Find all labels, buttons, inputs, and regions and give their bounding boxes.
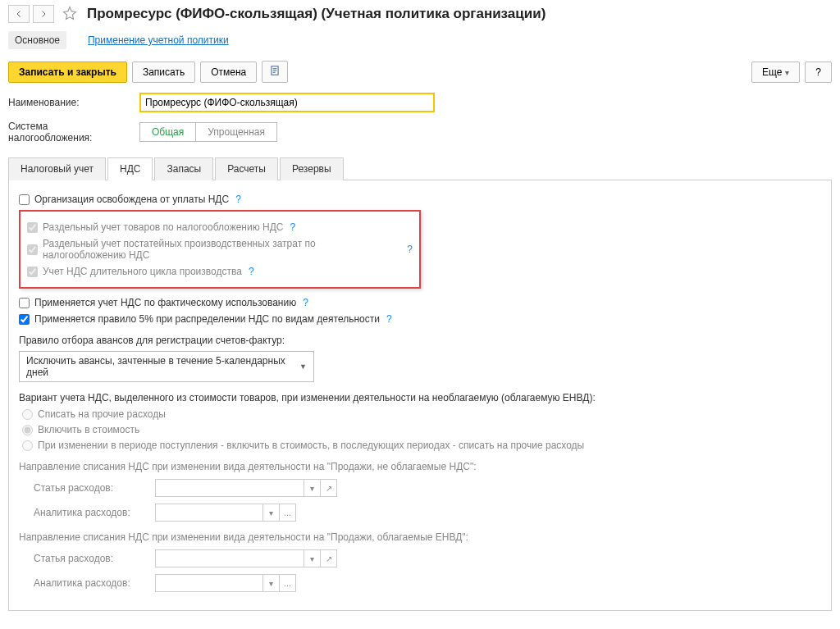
- help-icon[interactable]: ?: [386, 313, 392, 325]
- chevron-down-icon: ▾: [785, 68, 789, 77]
- expense-analytics-combo-1[interactable]: ▾ …: [155, 504, 296, 522]
- tax-general-button[interactable]: Общая: [139, 122, 195, 142]
- tax-system-toggle: Общая Упрощенная: [139, 122, 277, 142]
- save-close-button[interactable]: Записать и закрыть: [8, 62, 127, 83]
- advance-rule-select[interactable]: Исключить авансы, зачтенные в течение 5-…: [19, 351, 314, 382]
- expense-analytics-input-2: [156, 575, 262, 591]
- variant-r2: [22, 425, 33, 435]
- expense-analytics-combo-2[interactable]: ▾ …: [155, 574, 296, 592]
- help-icon[interactable]: ?: [407, 244, 413, 255]
- rule5-label: Применяется правило 5% при распределении…: [34, 313, 380, 325]
- open-icon[interactable]: ▾: [262, 575, 279, 591]
- help-icon[interactable]: ?: [235, 194, 241, 205]
- sep-goods-label: Раздельный учет товаров по налогообложен…: [43, 221, 283, 233]
- actual-use-label: Применяется учет НДС по фактическому исп…: [34, 297, 296, 308]
- advance-rule-label: Правило отбора авансов для регистрации с…: [19, 335, 821, 346]
- favorite-star-icon[interactable]: [62, 6, 77, 23]
- variant-r2-label: Включить в стоимость: [38, 424, 139, 435]
- variant-r1: [22, 409, 33, 420]
- more-icon[interactable]: …: [279, 504, 295, 521]
- long-cycle-checkbox: [27, 267, 38, 277]
- help-button[interactable]: ?: [805, 62, 832, 83]
- tab-tax-accounting[interactable]: Налоговый учет: [8, 157, 106, 180]
- name-input[interactable]: [139, 93, 435, 112]
- help-icon[interactable]: ?: [249, 266, 254, 277]
- expense-analytics-label-2: Аналитика расходов:: [34, 577, 148, 589]
- writeoff1-label: Направление списания НДС при изменении в…: [19, 461, 821, 472]
- nav-back-button[interactable]: [8, 5, 30, 23]
- show-icon[interactable]: ↗: [320, 480, 336, 496]
- long-cycle-label: Учет НДС длительного цикла производства: [43, 266, 242, 277]
- section-policy-link[interactable]: Применение учетной политики: [81, 31, 235, 49]
- actual-use-checkbox[interactable]: [19, 298, 30, 308]
- variant-label: Вариант учета НДС, выделенного из стоимо…: [19, 392, 821, 403]
- more-icon[interactable]: …: [279, 575, 295, 591]
- sep-costs-label: Раздельный учет постатейных производстве…: [43, 238, 400, 261]
- rule5-checkbox[interactable]: [19, 314, 30, 325]
- open-icon[interactable]: ▾: [304, 550, 320, 567]
- help-icon[interactable]: ?: [290, 221, 295, 233]
- cancel-button[interactable]: Отмена: [200, 62, 257, 83]
- open-icon[interactable]: ▾: [262, 504, 279, 521]
- document-icon: [269, 65, 281, 76]
- sep-costs-checkbox: [27, 244, 38, 255]
- page-title: Промресурс (ФИФО-скользящая) (Учетная по…: [87, 6, 546, 22]
- more-button[interactable]: Еще▾: [751, 62, 800, 83]
- expense-item-label-2: Статья расходов:: [34, 553, 148, 564]
- tax-simple-button[interactable]: Упрощенная: [195, 122, 277, 142]
- tab-calculations[interactable]: Расчеты: [215, 157, 278, 180]
- expense-item-combo-2[interactable]: ▾ ↗: [155, 549, 337, 567]
- help-icon[interactable]: ?: [303, 297, 308, 308]
- name-label: Наименование:: [8, 97, 131, 108]
- show-icon[interactable]: ↗: [320, 550, 336, 567]
- save-button[interactable]: Записать: [132, 62, 195, 83]
- variant-r1-label: Списать на прочие расходы: [38, 408, 166, 420]
- report-button[interactable]: [262, 61, 288, 83]
- exempt-checkbox[interactable]: [19, 194, 30, 205]
- section-main[interactable]: Основное: [8, 31, 66, 49]
- nav-forward-button[interactable]: [33, 5, 54, 23]
- advance-rule-value: Исключить авансы, зачтенные в течение 5-…: [26, 355, 299, 378]
- expense-analytics-input-1: [156, 504, 262, 521]
- tab-reserves[interactable]: Резервы: [280, 157, 344, 180]
- writeoff2-label: Направление списания НДС при изменении в…: [19, 531, 821, 543]
- variant-r3: [22, 440, 33, 451]
- chevron-down-icon: ▼: [299, 362, 307, 371]
- expense-item-input-2: [156, 550, 304, 567]
- expense-analytics-label-1: Аналитика расходов:: [34, 507, 148, 518]
- highlighted-box: Раздельный учет товаров по налогообложен…: [19, 210, 421, 289]
- variant-r3-label: При изменении в периоде поступления - вк…: [38, 440, 584, 451]
- sep-goods-checkbox: [27, 222, 38, 233]
- expense-item-input-1: [156, 480, 304, 496]
- tab-stocks[interactable]: Запасы: [154, 157, 213, 180]
- expense-item-combo-1[interactable]: ▾ ↗: [155, 479, 337, 497]
- tax-system-label: Система налогообложения:: [8, 121, 131, 144]
- tab-nds[interactable]: НДС: [107, 157, 153, 180]
- expense-item-label-1: Статья расходов:: [34, 482, 148, 494]
- open-icon[interactable]: ▾: [304, 480, 320, 496]
- exempt-label: Организация освобождена от уплаты НДС: [34, 194, 229, 205]
